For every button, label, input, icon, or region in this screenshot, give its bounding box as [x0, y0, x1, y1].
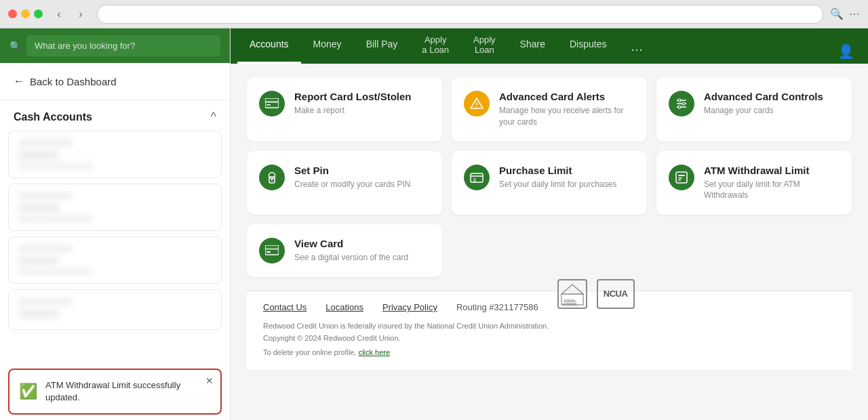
feature-card-advanced-controls[interactable]: Advanced Card Controls Manage your cards	[656, 77, 852, 142]
report-card-text: Report Card Lost/Stolen Make a report	[294, 91, 430, 117]
purchase-limit-icon: $	[464, 165, 490, 190]
account-name-2	[18, 192, 73, 199]
search-icon: 🔍	[9, 41, 21, 51]
account-cards-list	[0, 131, 230, 363]
delete-profile-link[interactable]: click here	[359, 348, 390, 356]
back-arrow-icon: ←	[14, 75, 24, 87]
advanced-controls-icon	[669, 91, 694, 117]
account-balance-3	[18, 256, 59, 266]
advanced-alerts-title: Advanced Card Alerts	[499, 91, 635, 102]
account-number-1	[18, 163, 93, 169]
nav-item-money[interactable]: Money	[301, 32, 354, 64]
feature-card-purchase-limit[interactable]: $ Purchase Limit Set your daily limit fo…	[452, 151, 647, 215]
view-card-icon	[259, 238, 285, 264]
feature-card-report-card[interactable]: Report Card Lost/Stolen Make a report	[247, 77, 442, 142]
nav-item-loan2-label: Loan	[475, 45, 494, 55]
svg-rect-20	[678, 177, 682, 179]
nav-item-apply2-label: Apply	[473, 35, 496, 45]
minimize-button[interactable]	[21, 9, 30, 18]
svg-point-12	[269, 172, 275, 178]
nav-item-apply-label: Apply	[425, 35, 447, 45]
fullscreen-button[interactable]	[34, 9, 43, 18]
report-card-icon	[259, 91, 285, 117]
back-dashboard-label: Back to Dashboard	[30, 76, 117, 87]
nav-item-apply-loan[interactable]: Applya Loan	[410, 32, 461, 64]
user-icon[interactable]: 👤	[831, 39, 861, 64]
svg-rect-15	[471, 173, 483, 182]
svg-rect-19	[678, 175, 685, 176]
contact-us-link[interactable]: Contact Us	[263, 302, 307, 312]
nav-more-button[interactable]: ⋯	[621, 35, 652, 64]
browser-chrome: ‹ › 🔍 ⋯	[0, 0, 868, 28]
advanced-alerts-text: Advanced Card Alerts Manage how you rece…	[499, 91, 635, 128]
success-icon: ✅	[19, 383, 37, 400]
report-card-desc: Make a report	[294, 105, 430, 117]
feature-card-atm-limit[interactable]: ATM Withdrawal Limit Set your daily limi…	[656, 151, 852, 215]
set-pin-text: Set Pin Create or modify your cards PIN	[294, 165, 430, 190]
account-card-2[interactable]	[8, 184, 222, 231]
search-bar: 🔍	[0, 28, 230, 63]
svg-marker-26	[561, 285, 583, 294]
feature-card-view-card[interactable]: View Card See a digital version of the c…	[247, 224, 442, 277]
account-name-3	[18, 245, 73, 252]
account-card-3[interactable]	[8, 236, 222, 284]
view-card-text: View Card See a digital version of the c…	[294, 238, 430, 264]
content-area: Report Card Lost/Stolen Make a report Ad…	[231, 64, 868, 420]
account-balance-2	[18, 203, 59, 213]
footer: Contact Us Locations Privacy Policy Rout…	[247, 291, 852, 370]
account-card-4[interactable]	[8, 289, 222, 330]
nav-item-disputes[interactable]: Disputes	[557, 32, 618, 64]
nav-item-aloan-label: a Loan	[422, 45, 449, 55]
share-icon[interactable]: ⋯	[849, 7, 860, 20]
feature-card-advanced-alerts[interactable]: Advanced Card Alerts Manage how you rece…	[452, 77, 647, 142]
svg-rect-23	[265, 248, 279, 250]
routing-number: Routing #321177586	[456, 302, 538, 312]
advanced-controls-desc: Manage your cards	[704, 105, 840, 117]
app-container: 🔍 ← Back to Dashboard Cash Accounts ^	[0, 28, 868, 420]
svg-point-9	[678, 99, 681, 102]
browser-back-button[interactable]: ‹	[50, 5, 68, 24]
account-name-4	[18, 298, 73, 305]
main-content: Accounts Money Bill Pay Applya Loan Appl…	[231, 28, 868, 420]
account-card-1[interactable]	[8, 131, 222, 178]
nav-item-share[interactable]: Share	[508, 32, 557, 64]
locations-link[interactable]: Locations	[326, 302, 363, 312]
privacy-policy-link[interactable]: Privacy Policy	[382, 302, 437, 312]
search-input[interactable]	[26, 35, 220, 56]
footer-legal-text: Redwood Credit Union is federally insure…	[263, 320, 835, 359]
set-pin-title: Set Pin	[294, 165, 430, 176]
footer-delete-text: To delete your online profile, click her…	[263, 347, 835, 359]
notification-close-button[interactable]: ✕	[205, 375, 214, 386]
cash-accounts-toggle[interactable]: ^	[211, 110, 216, 124]
account-balance-4	[18, 309, 59, 318]
browser-forward-button[interactable]: ›	[71, 5, 90, 24]
svg-text:HOUSING: HOUSING	[563, 303, 578, 306]
nav-item-loan[interactable]: ApplyLoan	[461, 32, 508, 64]
advanced-alerts-icon	[464, 91, 490, 117]
set-pin-icon	[259, 165, 285, 190]
cash-accounts-header: Cash Accounts ^	[0, 100, 230, 131]
eho-logo: EQUAL HOUSING	[557, 279, 587, 309]
sidebar: 🔍 ← Back to Dashboard Cash Accounts ^	[0, 28, 231, 420]
purchase-limit-text: Purchase Limit Set your daily limit for …	[499, 165, 635, 190]
view-card-desc: See a digital version of the card	[294, 252, 430, 264]
purchase-limit-title: Purchase Limit	[499, 165, 635, 176]
atm-limit-title: ATM Withdrawal Limit	[704, 165, 840, 176]
advanced-controls-title: Advanced Card Controls	[704, 91, 840, 102]
account-balance-1	[18, 150, 59, 160]
svg-point-10	[682, 102, 685, 105]
ncua-logo: NCUA	[597, 279, 635, 309]
address-bar[interactable]	[97, 5, 823, 24]
nav-item-billpay[interactable]: Bill Pay	[354, 32, 410, 64]
svg-rect-2	[267, 104, 271, 106]
view-card-title: View Card	[294, 238, 430, 249]
svg-text:$: $	[473, 177, 476, 182]
nav-item-accounts[interactable]: Accounts	[237, 32, 301, 64]
close-button[interactable]	[8, 9, 17, 18]
back-to-dashboard-button[interactable]: ← Back to Dashboard	[0, 63, 230, 100]
search-icon[interactable]: 🔍	[830, 7, 844, 20]
browser-icons: 🔍 ⋯	[830, 7, 860, 20]
feature-card-set-pin[interactable]: Set Pin Create or modify your cards PIN	[247, 151, 442, 215]
account-number-3	[18, 268, 93, 275]
advanced-controls-text: Advanced Card Controls Manage your cards	[704, 91, 840, 117]
